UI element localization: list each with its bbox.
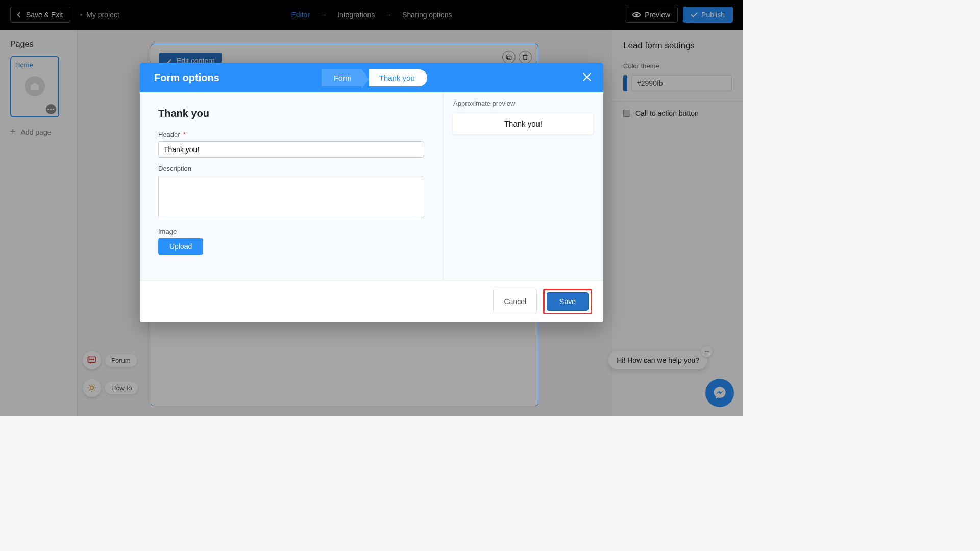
description-label: Description	[158, 165, 424, 172]
modal-preview-panel: Approximate preview Thank you!	[443, 92, 603, 280]
preview-text: Thank you!	[504, 119, 542, 128]
preview-card: Thank you!	[453, 113, 593, 134]
modal-header: Form options Form Thank you	[140, 63, 603, 92]
header-input[interactable]	[158, 141, 424, 158]
tab-thank-you[interactable]: Thank you	[369, 69, 427, 86]
header-label-text: Header	[158, 131, 180, 138]
modal-form-panel: Thank you Header* Description Image Uplo…	[140, 92, 443, 280]
cancel-button[interactable]: Cancel	[493, 289, 537, 314]
image-label: Image	[158, 228, 424, 235]
save-button-highlight: Save	[543, 289, 592, 314]
form-options-modal: Form options Form Thank you Thank you He…	[140, 63, 603, 322]
close-icon[interactable]	[581, 71, 593, 83]
required-star: *	[183, 131, 186, 138]
header-label: Header*	[158, 131, 424, 138]
description-textarea[interactable]	[158, 176, 424, 218]
save-button[interactable]: Save	[547, 292, 589, 311]
modal-body: Thank you Header* Description Image Uplo…	[140, 92, 603, 280]
upload-button[interactable]: Upload	[158, 238, 203, 255]
tab-form[interactable]: Form	[322, 69, 362, 86]
thank-you-section-title: Thank you	[158, 108, 424, 119]
modal-title: Form options	[154, 71, 219, 83]
modal-tabs: Form Thank you	[322, 69, 427, 86]
preview-label: Approximate preview	[453, 99, 593, 107]
modal-footer: Cancel Save	[140, 280, 603, 322]
